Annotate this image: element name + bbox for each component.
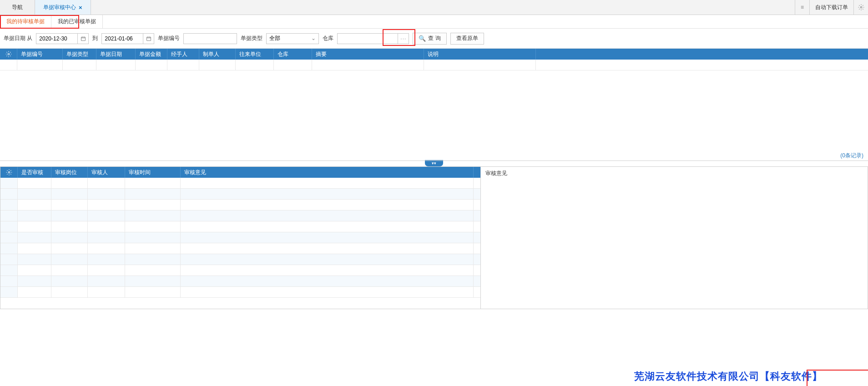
svg-point-0 [860,6,862,8]
auto-download-order-button[interactable]: 自动下载订单 [809,0,853,15]
table-row[interactable] [0,287,480,298]
tab-audit-center[interactable]: 单据审核中心 × [35,0,91,15]
table-cell [88,265,125,276]
audit-opinion-panel: 审核意见 [481,166,868,309]
row-gutter [0,189,18,199]
table-row[interactable] [0,276,480,287]
table-cell [17,60,63,70]
pane-splitter: ▾▾ [0,161,868,166]
search-button[interactable]: 🔍 查 询 [413,33,446,45]
table-cell [18,276,51,286]
table-row[interactable] [0,221,480,232]
svg-point-3 [8,53,10,55]
column-header[interactable]: 单据编号 [17,49,63,60]
doc-type-select[interactable]: 全部 [266,33,319,44]
table-row[interactable] [0,211,480,221]
table-cell [125,232,181,243]
doc-type-value: 全部 [269,35,280,42]
table-cell [424,60,536,70]
tab-my-pending[interactable]: 我的待审核单据 [0,15,51,28]
table-cell [88,243,125,254]
ellipsis-icon[interactable]: ··· [398,33,409,44]
date-to-input[interactable]: 2021-01-06 [101,33,143,44]
date-to-value: 2021-01-06 [105,35,132,42]
table-cell [18,211,51,221]
table-cell [125,211,181,221]
column-header[interactable]: 摘要 [312,49,424,60]
table-row[interactable] [0,200,480,211]
audit-opinion-title: 审核意见 [485,170,507,176]
table-cell [181,276,474,286]
table-cell [199,60,236,70]
table-cell [274,60,312,70]
table-row[interactable] [0,232,480,243]
table-cell [125,221,181,232]
tab-navigation[interactable]: 导航 [0,0,35,15]
table-cell [125,276,181,286]
table-cell [18,287,51,297]
table-row[interactable] [0,178,480,189]
warehouse-input[interactable] [337,33,398,44]
table-cell [88,287,125,297]
tab-spacer [91,0,795,15]
column-header[interactable]: 往来单位 [236,49,274,60]
date-from-input[interactable]: 2020-12-30 [36,33,78,44]
column-header[interactable]: 审核岗位 [51,167,88,178]
gear-icon[interactable] [0,49,17,60]
main-table: 单据编号单据类型单据日期单据金额经手人制单人往来单位仓库摘要说明 (0条记录) [0,49,868,161]
table-row[interactable] [0,60,868,70]
gear-icon[interactable] [0,167,18,178]
table-row[interactable] [0,189,480,200]
table-cell [181,211,474,221]
table-cell [125,254,181,265]
column-header[interactable]: 说明 [424,49,536,60]
table-cell [136,60,167,70]
close-icon[interactable]: × [79,4,82,11]
calendar-icon[interactable] [78,33,89,44]
table-cell [88,221,125,232]
tab-my-approved[interactable]: 我的已审核单据 [51,15,103,28]
table-cell [51,211,88,221]
column-header[interactable]: 审核时间 [125,167,181,178]
table-row[interactable] [0,254,480,265]
search-icon: 🔍 [419,35,426,42]
gear-icon[interactable] [853,0,868,15]
view-original-button[interactable]: 查看原单 [450,33,484,45]
column-header[interactable]: 单据日期 [96,49,136,60]
view-original-label: 查看原单 [456,35,478,42]
column-header[interactable]: 经手人 [167,49,199,60]
date-from-value: 2020-12-30 [39,35,67,42]
splitter-grip[interactable]: ▾▾ [425,160,443,166]
table-row[interactable] [0,243,480,254]
calendar-icon[interactable] [143,33,154,44]
table-cell [181,221,474,232]
table-cell [125,189,181,199]
record-count: (0条记录) [0,150,868,160]
auto-download-order-label: 自动下载订单 [815,4,848,11]
column-header[interactable]: 单据类型 [63,49,96,60]
svg-rect-2 [146,37,151,40]
table-cell [181,287,474,297]
column-header[interactable]: 制单人 [199,49,236,60]
table-cell [312,60,424,70]
table-cell [96,60,136,70]
doc-number-input[interactable] [183,33,237,44]
column-header[interactable]: 审核意见 [181,167,474,178]
date-to-label: 到 [92,35,98,42]
column-header[interactable]: 审核人 [88,167,125,178]
row-gutter [0,200,18,210]
column-header[interactable]: 仓库 [274,49,312,60]
table-cell [181,265,474,276]
tab-navigation-label: 导航 [12,4,23,11]
table-cell [88,200,125,210]
column-header[interactable]: 单据金额 [136,49,167,60]
highlight-box-corner [807,370,868,386]
table-cell [18,254,51,265]
list-icon[interactable]: ≡ [795,0,809,15]
table-cell [88,189,125,199]
table-cell [51,200,88,210]
table-row[interactable] [0,265,480,276]
table-cell [18,221,51,232]
table-cell [51,221,88,232]
column-header[interactable]: 是否审核 [18,167,51,178]
